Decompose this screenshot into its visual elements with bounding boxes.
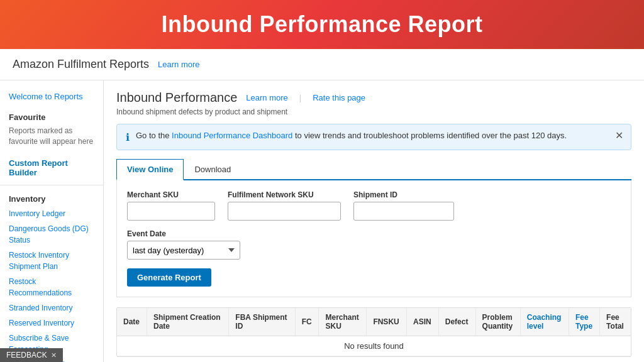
col-merchant-sku: MerchantSKU	[319, 308, 367, 336]
event-date-group: Event Date last day (yesterday) last 7 d…	[127, 229, 621, 260]
feedback-label: FEEDBACK	[6, 351, 47, 359]
col-coaching-level: Coachinglevel	[520, 308, 569, 336]
tab-view-online[interactable]: View Online	[116, 159, 184, 180]
info-icon: ℹ	[126, 131, 130, 143]
sidebar-welcome-link[interactable]: Welcome to Reports	[0, 89, 103, 104]
content-title: Inbound Performance	[116, 90, 237, 105]
sub-header: Amazon Fulfilment Reports Learn more	[0, 49, 644, 80]
no-results-message: No results found	[117, 336, 631, 356]
col-date: Date	[117, 308, 147, 336]
info-banner-text: Go to the Inbound Performance Dashboard …	[136, 131, 622, 140]
content-title-row: Inbound Performance Learn more | Rate th…	[116, 90, 631, 105]
sidebar-item-restock-recommendations[interactable]: Restock Recommendations	[0, 274, 103, 300]
event-date-label: Event Date	[127, 229, 621, 238]
header-banner: Inbound Performance Report	[0, 0, 644, 49]
feedback-button[interactable]: FEEDBACK ✕	[0, 348, 63, 362]
col-defect: Defect	[438, 308, 475, 336]
form-row-fields: Merchant SKU Fulfilment Network SKU Ship…	[127, 190, 621, 221]
merchant-sku-input[interactable]	[127, 202, 215, 221]
sidebar-item-reserved-inventory[interactable]: Reserved Inventory	[0, 315, 103, 331]
table-header: Date Shipment CreationDate FBA ShipmentI…	[117, 308, 631, 336]
tabs-container: View Online Download	[116, 159, 631, 180]
sidebar-item-stranded-inventory[interactable]: Stranded Inventory	[0, 300, 103, 315]
info-banner: ℹ Go to the Inbound Performance Dashboar…	[116, 124, 631, 150]
sidebar-item-dangerous-goods[interactable]: Dangerous Goods (DG) Status	[0, 221, 103, 248]
content-rate-page[interactable]: Rate this page	[313, 93, 365, 102]
sidebar-item-restock-shipment-plan[interactable]: Restock Inventory Shipment Plan	[0, 248, 103, 274]
page-title: Inbound Performance Report	[13, 11, 631, 38]
separator: |	[299, 93, 301, 102]
sub-header-learn-more[interactable]: Learn more	[158, 60, 199, 69]
results-table: Date Shipment CreationDate FBA ShipmentI…	[117, 308, 631, 356]
col-fee-type: FeeType	[569, 308, 599, 336]
col-fba-shipment-id: FBA ShipmentID	[229, 308, 295, 336]
sidebar-favourite-desc: Reports marked as favourite will appear …	[0, 124, 103, 153]
results-table-area: Date Shipment CreationDate FBA ShipmentI…	[116, 307, 631, 357]
sidebar-custom-report-builder[interactable]: Custom Report Builder	[0, 153, 103, 185]
table-no-results-row: No results found	[117, 336, 631, 356]
fulfilment-network-sku-input[interactable]	[228, 202, 341, 221]
generate-report-button[interactable]: Generate Report	[127, 268, 211, 287]
sub-header-title: Amazon Fulfilment Reports	[13, 58, 149, 71]
form-area: Merchant SKU Fulfilment Network SKU Ship…	[116, 180, 631, 297]
sidebar: Welcome to Reports Favourite Reports mar…	[0, 80, 104, 362]
sidebar-favourite-label: Favourite	[0, 109, 103, 124]
col-problem-quantity: ProblemQuantity	[475, 308, 520, 336]
event-date-select[interactable]: last day (yesterday) last 7 days last 30…	[127, 241, 240, 260]
info-banner-close-button[interactable]: ✕	[615, 131, 623, 141]
col-fee-total: FeeTotal	[600, 308, 631, 336]
fulfilment-network-sku-group: Fulfilment Network SKU	[228, 190, 341, 221]
table-header-row: Date Shipment CreationDate FBA ShipmentI…	[117, 308, 631, 336]
content-learn-more[interactable]: Learn more	[246, 93, 287, 102]
content-area: Inbound Performance Learn more | Rate th…	[104, 80, 644, 362]
merchant-sku-group: Merchant SKU	[127, 190, 215, 221]
content-subtitle: Inbound shipment defects by product and …	[116, 107, 631, 116]
col-fnsku: FNSKU	[367, 308, 407, 336]
tab-download[interactable]: Download	[184, 159, 242, 179]
main-layout: Welcome to Reports Favourite Reports mar…	[0, 80, 644, 362]
fulfilment-network-sku-label: Fulfilment Network SKU	[228, 190, 341, 199]
col-shipment-creation-date: Shipment CreationDate	[147, 308, 228, 336]
sidebar-item-inventory-ledger[interactable]: Inventory Ledger	[0, 206, 103, 221]
shipment-id-label: Shipment ID	[353, 190, 454, 199]
shipment-id-input[interactable]	[353, 202, 454, 221]
col-asin: ASIN	[407, 308, 439, 336]
merchant-sku-label: Merchant SKU	[127, 190, 215, 199]
col-fc: FC	[295, 308, 319, 336]
shipment-id-group: Shipment ID	[353, 190, 454, 221]
sidebar-inventory-label: Inventory	[0, 190, 103, 206]
table-body: No results found	[117, 336, 631, 356]
info-banner-link[interactable]: Inbound Performance Dashboard	[172, 131, 292, 140]
feedback-close-icon[interactable]: ✕	[51, 351, 57, 359]
